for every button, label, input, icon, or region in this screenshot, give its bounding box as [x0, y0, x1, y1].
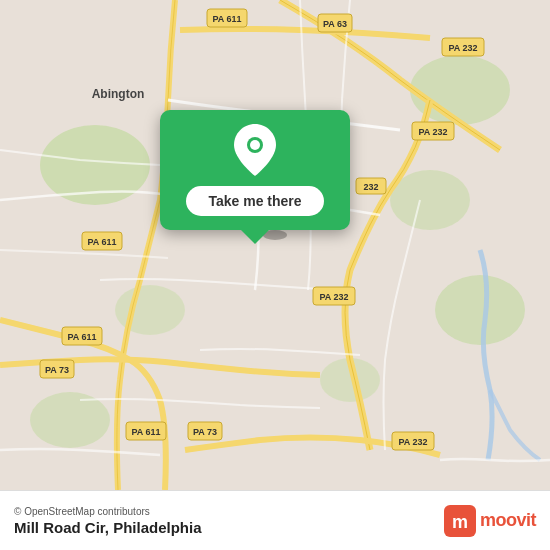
road-label-pa611-bot: PA 611	[131, 427, 160, 437]
road-label-pa232-1: PA 232	[448, 43, 477, 53]
place-label-abington: Abington	[92, 87, 145, 101]
road-label-pa232-4: PA 232	[398, 437, 427, 447]
location-pin-icon	[231, 126, 279, 174]
take-me-there-button[interactable]: Take me there	[186, 186, 323, 216]
road-label-pa611-mid: PA 611	[87, 237, 116, 247]
road-label-pa611-top: PA 611	[212, 14, 241, 24]
map-container: PA 611 PA 63 PA 232 PA 232 232 PA 232 PA…	[0, 0, 550, 490]
bottom-left-info: © OpenStreetMap contributors Mill Road C…	[14, 506, 202, 536]
road-label-pa63: PA 63	[323, 19, 347, 29]
svg-point-3	[390, 170, 470, 230]
road-label-pa611-low: PA 611	[67, 332, 96, 342]
location-title: Mill Road Cir, Philadelphia	[14, 519, 202, 536]
svg-point-4	[435, 275, 525, 345]
road-label-pa73-2: PA 73	[193, 427, 217, 437]
moovit-icon: m	[444, 505, 476, 537]
svg-point-7	[30, 392, 110, 448]
popup-card: Take me there	[160, 110, 350, 230]
road-label-232: 232	[363, 182, 378, 192]
road-label-pa232-3: PA 232	[319, 292, 348, 302]
svg-point-22	[250, 140, 260, 150]
bottom-bar: © OpenStreetMap contributors Mill Road C…	[0, 490, 550, 550]
moovit-text: moovit	[480, 510, 536, 531]
moovit-logo: m moovit	[444, 505, 536, 537]
road-label-pa73-1: PA 73	[45, 365, 69, 375]
svg-text:m: m	[452, 512, 468, 532]
copyright-text: © OpenStreetMap contributors	[14, 506, 202, 517]
road-label-pa232-2: PA 232	[418, 127, 447, 137]
